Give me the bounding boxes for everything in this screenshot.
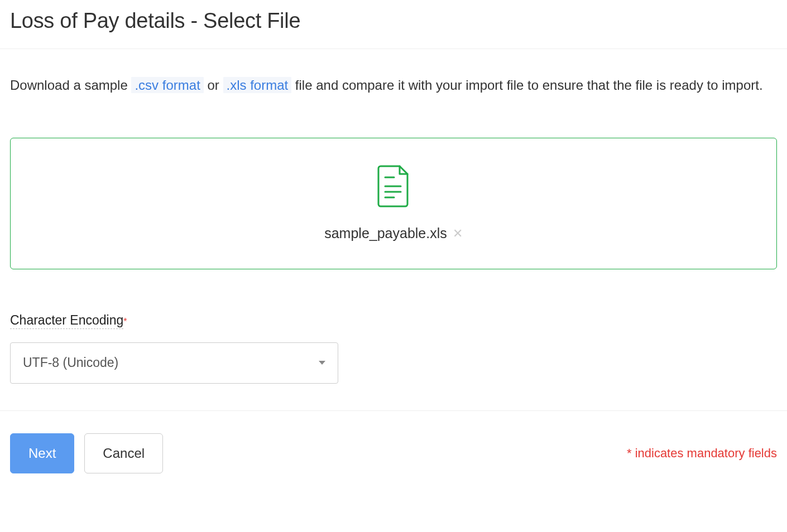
encoding-select[interactable]: UTF-8 (Unicode) [10, 342, 338, 384]
button-row: Next Cancel [10, 433, 163, 473]
uploaded-file-name: sample_payable.xls [324, 225, 447, 241]
chevron-down-icon [319, 361, 325, 365]
encoding-label: Character Encoding [10, 313, 123, 329]
file-dropzone[interactable]: sample_payable.xls ✕ [10, 138, 777, 269]
divider-top [0, 49, 787, 49]
file-icon [377, 165, 410, 210]
mandatory-note: * indicates mandatory fields [627, 446, 777, 461]
uploaded-file-row: sample_payable.xls ✕ [324, 225, 463, 241]
page-title: Loss of Pay details - Select File [10, 9, 777, 49]
description-mid: or [207, 78, 223, 93]
description-post: file and compare it with your import fil… [295, 78, 763, 93]
required-asterisk: * [123, 317, 127, 326]
cancel-button[interactable]: Cancel [84, 433, 163, 473]
csv-format-link[interactable]: .csv format [131, 77, 203, 93]
encoding-field: Character Encoding* UTF-8 (Unicode) [10, 313, 777, 384]
xls-format-link[interactable]: .xls format [223, 77, 292, 93]
footer: Next Cancel * indicates mandatory fields [10, 433, 777, 473]
remove-file-icon[interactable]: ✕ [453, 228, 463, 240]
encoding-selected-value: UTF-8 (Unicode) [23, 355, 118, 370]
description-text: Download a sample .csv format or .xls fo… [10, 72, 777, 99]
next-button[interactable]: Next [10, 433, 74, 473]
description-pre: Download a sample [10, 78, 131, 93]
divider-bottom [0, 410, 787, 411]
